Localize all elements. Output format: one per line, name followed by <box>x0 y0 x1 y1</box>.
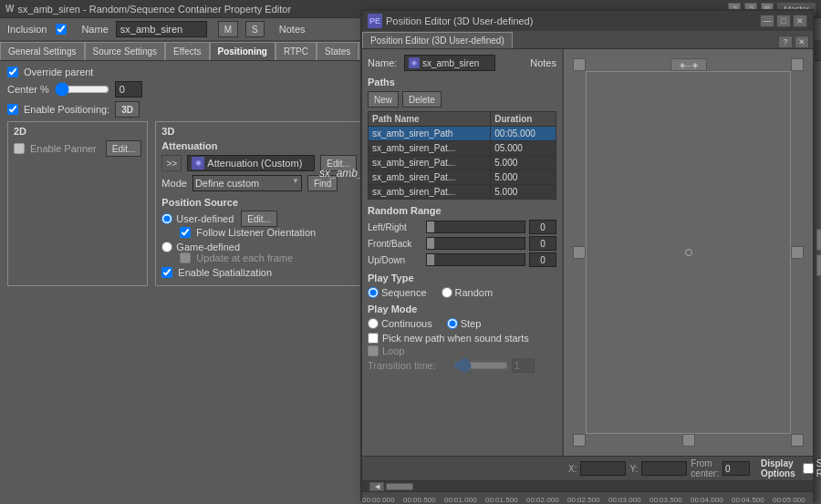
new-path-btn[interactable]: New <box>368 91 399 108</box>
transition-value[interactable]: 1 <box>512 358 535 373</box>
y-input[interactable] <box>641 461 687 476</box>
sequence-radio[interactable] <box>368 287 379 298</box>
random-range-title: Random Range <box>368 205 556 216</box>
random-range-section: Random Range Left/Right 0 Front/Back 0 U… <box>368 205 556 267</box>
enable-panner-cb[interactable] <box>14 143 25 154</box>
enable-pos-cb[interactable] <box>7 104 18 115</box>
handle-ml[interactable] <box>573 246 586 259</box>
random-label: Random <box>455 287 494 298</box>
m-button[interactable]: M <box>218 21 238 37</box>
handle-tl[interactable] <box>573 58 586 71</box>
path-duration-cell: 5.000 <box>491 156 556 170</box>
mode-dropdown[interactable]: Define custom <box>192 175 302 191</box>
name-input[interactable]: sx_amb_siren <box>116 21 207 37</box>
handle-tr[interactable] <box>791 58 804 71</box>
center-control-icon: ◈—◈ <box>680 61 698 69</box>
center-input[interactable]: 0 <box>115 81 142 98</box>
inclusion-checkbox[interactable] <box>56 24 67 35</box>
fb-value[interactable]: 0 <box>529 236 556 251</box>
ruler-mark-8: 00:04.000 <box>691 496 723 504</box>
table-row[interactable]: sx_amb_siren_Pat... 05.000 <box>369 141 556 156</box>
delete-path-btn[interactable]: Delete <box>402 91 442 108</box>
step-radio[interactable] <box>447 318 458 329</box>
path-name-cell: sx_amb_siren_Pat... <box>369 185 491 200</box>
tab-positioning[interactable]: Positioning <box>210 42 275 60</box>
attenuation-arrow-btn[interactable]: >> <box>161 155 182 171</box>
continuous-label: Continuous <box>381 318 432 329</box>
tab-source-settings[interactable]: Source Settings <box>85 42 166 60</box>
random-radio[interactable] <box>442 287 452 298</box>
tab-rtpc[interactable]: RTPC <box>275 42 317 60</box>
from-center-input[interactable]: 0 <box>722 461 750 476</box>
top-handles: ◈—◈ <box>573 58 804 71</box>
viewport-canvas: ◈—◈ <box>563 49 813 456</box>
lr-slider[interactable] <box>426 221 525 233</box>
mode-3d-btn[interactable]: 3D <box>115 101 140 118</box>
ud-slider[interactable] <box>426 253 525 266</box>
game-defined-radio[interactable] <box>161 242 172 252</box>
enable-spatialization-cb[interactable] <box>161 267 172 278</box>
continuous-option: Continuous <box>368 318 432 329</box>
table-row[interactable]: sx_amb_siren_Path 00:05.000 <box>369 127 556 141</box>
handle-bl[interactable] <box>573 434 586 447</box>
handle-mr[interactable] <box>791 246 804 259</box>
mode-label: Mode <box>161 178 187 189</box>
override-parent-cb[interactable] <box>7 67 18 77</box>
path-duration-cell: 5.000 <box>491 170 556 185</box>
2d-edit-btn[interactable]: Edit... <box>106 140 142 157</box>
handle-bc[interactable] <box>682 434 695 447</box>
side-up-btn[interactable]: ▲ <box>816 229 821 251</box>
transition-slider[interactable] <box>453 359 508 372</box>
loop-cb[interactable] <box>368 345 379 356</box>
follow-listener-cb[interactable] <box>180 227 191 238</box>
table-row[interactable]: sx_amb_siren_Pat... 5.000 <box>369 185 556 200</box>
tab-effects[interactable]: Effects <box>165 42 209 60</box>
path-name-cell: sx_amb_siren_Pat... <box>369 156 491 170</box>
pos-close-tab-btn[interactable]: ✕ <box>795 36 809 48</box>
y-label: Y: <box>629 464 638 474</box>
side-down-btn[interactable]: ▼ <box>816 254 821 276</box>
show-radius-label: Show Radius <box>816 458 821 478</box>
pos-help-btn[interactable]: ? <box>778 36 793 48</box>
lr-value[interactable]: 0 <box>529 220 556 234</box>
col-duration: Duration <box>491 112 556 127</box>
handle-br[interactable] <box>791 434 804 447</box>
user-edit-btn[interactable]: Edit... <box>241 211 277 227</box>
top-controls: ◈—◈ <box>670 58 707 71</box>
timeline-scroll-left[interactable]: ◀ <box>369 482 384 491</box>
paths-header: Paths <box>368 77 556 87</box>
s-button[interactable]: S <box>245 21 265 37</box>
pos-minimize-btn[interactable]: — <box>760 15 774 27</box>
fb-slider[interactable] <box>426 237 525 250</box>
center-dot <box>685 249 692 256</box>
display-options-title: Display Options <box>761 458 795 478</box>
x-input[interactable] <box>580 461 626 476</box>
pos-maximize-btn[interactable]: □ <box>776 15 791 27</box>
center-slider[interactable] <box>55 83 109 96</box>
pick-new-path-label: Pick new path when sound starts <box>382 333 529 344</box>
game-defined-label: Game-defined <box>176 242 240 252</box>
pos-close-btn[interactable]: ✕ <box>793 15 807 27</box>
continuous-radio[interactable] <box>368 318 379 329</box>
table-row[interactable]: sx_amb_siren_Pat... 5.000 <box>369 170 556 185</box>
update-frame-cb[interactable] <box>180 252 191 263</box>
table-row[interactable]: sx_amb_siren_Pat... 5.000 <box>369 156 556 170</box>
follow-listener-label: Follow Listener Orientation <box>196 227 316 238</box>
user-defined-radio[interactable] <box>161 213 172 224</box>
loop-label: Loop <box>382 345 404 356</box>
ruler-mark-10: 00:05.000 <box>773 496 805 504</box>
2d-label: 2D <box>14 126 141 137</box>
show-radius-cb[interactable] <box>803 463 814 474</box>
tab-general-settings[interactable]: General Settings <box>0 42 85 60</box>
pos-editor-tab[interactable]: Position Editor (3D User-defined) <box>362 32 513 48</box>
timeline-ruler: 00:00.000 00:00.500 00:01.000 00:01.500 … <box>362 491 813 504</box>
center-label: Center % <box>7 84 49 95</box>
play-mode-options: Continuous Step <box>368 318 556 329</box>
ruler-mark-5: 00:02.500 <box>567 496 600 504</box>
top-center-control[interactable]: ◈—◈ <box>670 58 707 71</box>
pick-new-path-cb[interactable] <box>368 333 379 344</box>
tab-states[interactable]: States <box>317 42 359 60</box>
timeline-thumb[interactable] <box>386 483 413 490</box>
pos-name-label: Name: <box>368 57 400 68</box>
ud-value[interactable]: 0 <box>529 252 556 267</box>
